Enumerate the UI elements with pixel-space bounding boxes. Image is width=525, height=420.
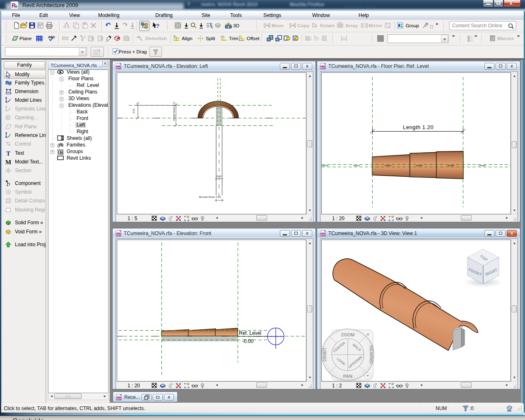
svg-text:ZOOM: ZOOM xyxy=(341,332,355,337)
svg-text:Length 1.20: Length 1.20 xyxy=(403,124,433,130)
svg-text:RVT: RVT xyxy=(321,234,326,236)
svg-text:RVT: RVT xyxy=(321,67,326,69)
svg-text:-0.00: -0.00 xyxy=(242,338,254,344)
svg-text:RVT: RVT xyxy=(117,398,122,400)
svg-text:Breedte Ruiter 0.03: Breedte Ruiter 0.03 xyxy=(199,196,221,198)
svg-text:T: T xyxy=(6,150,10,157)
svg-text:0.06: 0.06 xyxy=(132,108,135,113)
svg-text:M: M xyxy=(5,159,11,166)
svg-text:REWIND: REWIND xyxy=(369,346,374,364)
svg-text:ORBIT: ORBIT xyxy=(322,348,327,362)
svg-text:0.50: 0.50 xyxy=(217,175,222,178)
svg-text:RVT: RVT xyxy=(116,67,121,69)
svg-text:ABC: ABC xyxy=(48,35,55,39)
svg-text:✕: ✕ xyxy=(366,332,370,337)
svg-text:RVT: RVT xyxy=(116,234,121,236)
svg-text:Ref. Level: Ref. Level xyxy=(239,330,261,336)
svg-text:PAN: PAN xyxy=(343,374,352,379)
svg-text:?: ? xyxy=(156,23,159,29)
svg-text:Hoogte Ruiter 0.15: Hoogte Ruiter 0.15 xyxy=(173,102,175,121)
